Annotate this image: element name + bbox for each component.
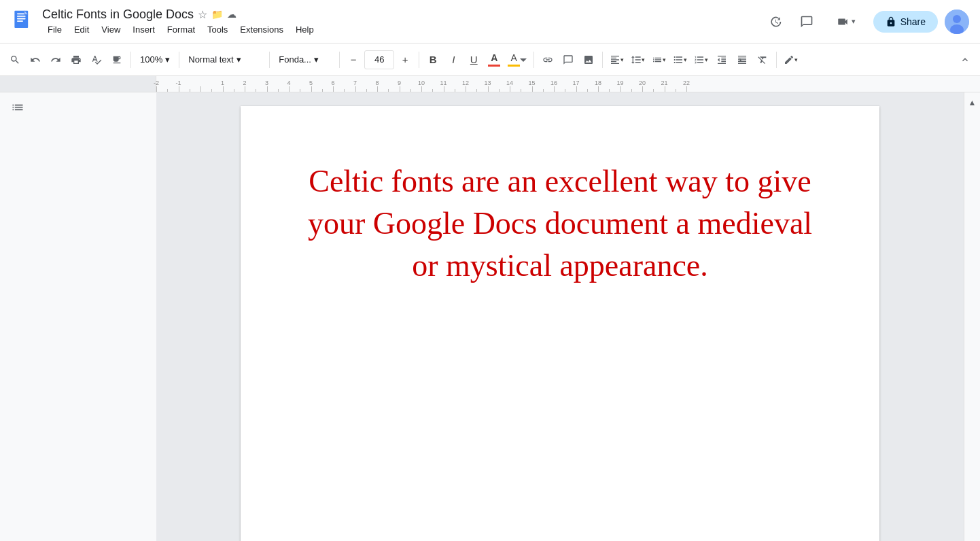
align-button[interactable]: ▾: [607, 49, 627, 71]
folder-icon[interactable]: 📁: [211, 9, 223, 20]
title-actions: ▾ Share: [763, 10, 969, 34]
decrease-indent-button[interactable]: [712, 49, 731, 71]
menu-view[interactable]: View: [96, 23, 126, 36]
ruler-content: -2-112345678910111213141516171819202122: [156, 76, 966, 92]
spell-check-button[interactable]: [87, 49, 106, 71]
menu-extensions[interactable]: Extensions: [234, 23, 289, 36]
app-body: Celtic fonts are an excellent way to giv…: [0, 92, 980, 541]
doc-page: Celtic fonts are an excellent way to giv…: [241, 106, 879, 541]
increase-indent-button[interactable]: [733, 49, 752, 71]
font-dropdown[interactable]: Fonda... ▾: [274, 49, 335, 71]
search-button[interactable]: [5, 49, 24, 71]
title-bar: Celtic Fonts in Google Docs ☆ 📁 ☁ File E…: [0, 0, 980, 43]
left-panel: [0, 92, 156, 541]
print-button[interactable]: [67, 49, 86, 71]
doc-area[interactable]: Celtic fonts are an excellent way to giv…: [156, 92, 964, 541]
ruler: -2-112345678910111213141516171819202122: [0, 76, 980, 92]
highlight-button[interactable]: A: [505, 49, 529, 71]
cloud-icon[interactable]: ☁: [227, 9, 237, 20]
link-button[interactable]: [538, 49, 557, 71]
menu-edit[interactable]: Edit: [69, 23, 94, 36]
separator-5: [419, 52, 419, 68]
style-dropdown[interactable]: Normal text ▾: [183, 49, 265, 71]
decrease-font-button[interactable]: −: [344, 49, 363, 71]
redo-button[interactable]: [46, 49, 65, 71]
doc-content[interactable]: Celtic fonts are an excellent way to giv…: [295, 160, 825, 287]
toolbar: 100% ▾ Normal text ▾ Fonda... ▾ − 46 + B…: [0, 43, 980, 76]
menu-format[interactable]: Format: [162, 23, 200, 36]
svg-rect-2: [17, 16, 26, 17]
svg-rect-4: [17, 20, 23, 22]
clear-format-button[interactable]: [753, 49, 772, 71]
outline-toggle[interactable]: [11, 101, 24, 118]
increase-font-button[interactable]: +: [396, 49, 415, 71]
avatar[interactable]: [945, 10, 969, 34]
undo-button[interactable]: [26, 49, 45, 71]
bold-button[interactable]: B: [423, 49, 442, 71]
comments-button[interactable]: [794, 10, 819, 34]
separator-4: [339, 52, 340, 68]
docs-icon: [11, 10, 35, 34]
history-button[interactable]: [763, 10, 788, 34]
collapse-toolbar-button[interactable]: [956, 49, 975, 71]
menu-insert[interactable]: Insert: [127, 23, 160, 36]
separator-8: [776, 52, 777, 68]
numbered-list-button[interactable]: ▾: [691, 49, 711, 71]
menu-bar: File Edit View Insert Format Tools Exten…: [42, 23, 763, 36]
italic-button[interactable]: I: [444, 49, 463, 71]
menu-tools[interactable]: Tools: [202, 23, 233, 36]
underline-button[interactable]: U: [464, 49, 483, 71]
line-spacing-button[interactable]: ▾: [628, 49, 648, 71]
menu-help[interactable]: Help: [290, 23, 319, 36]
doc-title-row: Celtic Fonts in Google Docs ☆ 📁 ☁: [42, 7, 763, 22]
share-button[interactable]: Share: [873, 11, 938, 33]
font-size-box[interactable]: 46: [364, 50, 394, 69]
svg-rect-3: [17, 18, 26, 19]
add-comment-button[interactable]: [559, 49, 578, 71]
title-area: Celtic Fonts in Google Docs ☆ 📁 ☁ File E…: [42, 7, 763, 36]
checklist-button[interactable]: ▾: [649, 49, 669, 71]
right-panel: ▲: [964, 92, 980, 541]
meet-button[interactable]: ▾: [826, 10, 867, 34]
separator-7: [602, 52, 603, 68]
separator-1: [130, 52, 131, 68]
scroll-up-button[interactable]: ▲: [966, 95, 979, 110]
share-label: Share: [900, 16, 926, 27]
text-color-button[interactable]: A: [485, 49, 504, 71]
paint-format-button[interactable]: [107, 49, 126, 71]
separator-3: [269, 52, 270, 68]
edit-mode-button[interactable]: ▾: [781, 49, 801, 71]
doc-title[interactable]: Celtic Fonts in Google Docs: [42, 7, 194, 22]
svg-point-6: [953, 15, 961, 23]
zoom-dropdown[interactable]: 100% ▾: [135, 49, 175, 71]
separator-6: [533, 52, 534, 68]
image-button[interactable]: [579, 49, 598, 71]
separator-2: [179, 52, 179, 68]
menu-file[interactable]: File: [42, 23, 67, 36]
bullet-list-button[interactable]: ▾: [670, 49, 690, 71]
star-icon[interactable]: ☆: [198, 8, 207, 21]
